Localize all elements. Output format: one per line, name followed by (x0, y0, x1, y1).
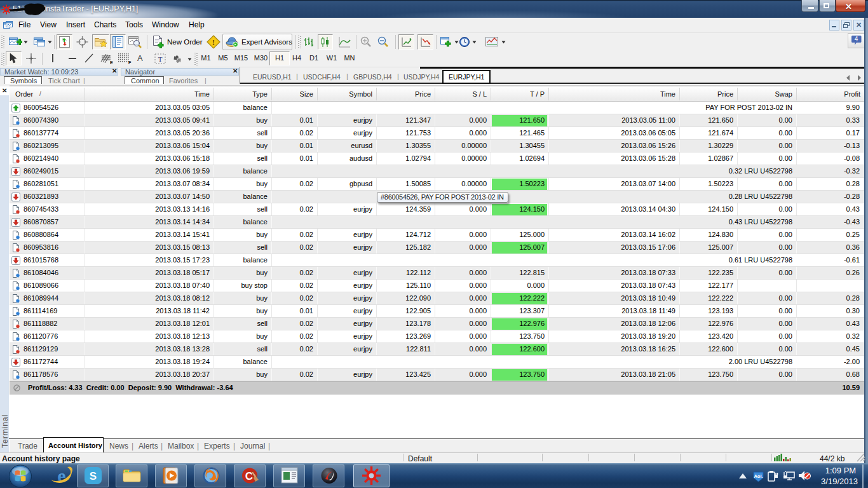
svg-text:T: T (158, 55, 163, 63)
svg-text:e: e (57, 465, 65, 486)
svg-text:!: ! (212, 37, 215, 47)
svg-text:4: 4 (855, 36, 858, 43)
svg-text:S: S (90, 470, 97, 482)
svg-text:F: F (128, 60, 132, 65)
svg-text:C: C (245, 470, 253, 482)
svg-text:E: E (110, 60, 113, 65)
svg-text:Aol.: Aol. (754, 473, 763, 479)
